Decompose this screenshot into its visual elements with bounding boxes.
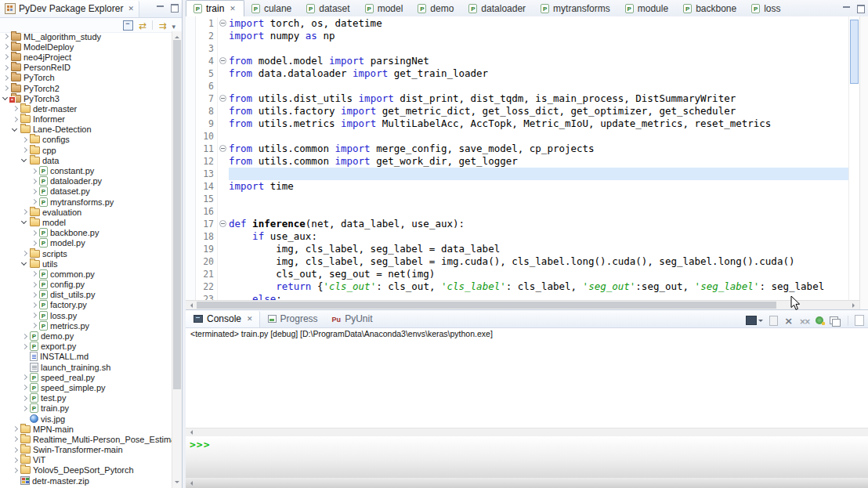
tree-item-realtime-multi-person-pose-estimation[interactable]: Realtime_Multi-Person_Pose_Estimation [0, 434, 172, 444]
chevron-collapsed-icon[interactable] [2, 64, 9, 71]
chevron-collapsed-icon[interactable] [21, 208, 28, 215]
tree-item-informer[interactable]: Informer [0, 114, 172, 125]
link-with-editor-icon[interactable] [139, 18, 146, 32]
tree-item-dataset-py[interactable]: dataset.py [0, 186, 172, 197]
tree-item-vis-jpg[interactable]: vis.jpg [0, 414, 172, 424]
tree-item-pytorch3[interactable]: ×PyTorch3 [0, 93, 172, 103]
collapse-all-icon[interactable] [123, 20, 133, 31]
chevron-collapsed-icon[interactable] [21, 136, 28, 143]
console-output[interactable] [186, 341, 868, 428]
tree-item-detr-master[interactable]: detr-master [0, 103, 172, 114]
console-tab-progress[interactable]: Progress [260, 311, 324, 327]
chevron-collapsed-icon[interactable] [31, 322, 38, 329]
open-console-icon[interactable] [855, 315, 864, 326]
chevron-expanded-icon[interactable] [21, 219, 28, 226]
chevron-collapsed-icon[interactable] [12, 457, 19, 464]
minimize-icon[interactable] [157, 5, 164, 12]
chevron-collapsed-icon[interactable] [21, 250, 28, 257]
chevron-collapsed-icon[interactable] [2, 43, 9, 50]
relaunch-icon[interactable] [816, 316, 823, 324]
editor-tab-dataloader[interactable]: dataloader [461, 0, 533, 16]
maximize-icon[interactable] [857, 5, 865, 13]
scroll-left-icon[interactable] [188, 481, 193, 486]
editor-tab-module[interactable]: module [618, 0, 676, 16]
tree-item-configs[interactable]: configs [0, 135, 172, 145]
tree-item-common-py[interactable]: common.py [0, 269, 172, 279]
tree-item-model-py[interactable]: model.py [0, 238, 172, 248]
editor-tab-model[interactable]: model [358, 0, 411, 16]
fold-collapse-icon[interactable] [219, 95, 226, 102]
chevron-collapsed-icon[interactable] [31, 312, 38, 319]
scroll-up-icon[interactable] [175, 34, 179, 38]
chevron-collapsed-icon[interactable] [12, 467, 19, 474]
tree-item-scripts[interactable]: scripts [0, 248, 172, 258]
fold-collapse-icon[interactable] [219, 20, 226, 27]
tree-item-mytransforms-py[interactable]: mytransforms.py [0, 197, 172, 207]
tree-item-modeldeploy[interactable]: ModelDeploy [0, 42, 172, 52]
tree-item-dist-utils-py[interactable]: dist_utils.py [0, 290, 172, 300]
tree-item-yolov5-deepsort-pytorch[interactable]: Yolov5_DeepSort_Pytorch [0, 465, 172, 475]
editor-tab-backbone[interactable]: backbone [676, 0, 744, 16]
editor-tab-mytransforms[interactable]: mytransforms [533, 0, 618, 16]
editor-horizontal-scrollbar[interactable] [186, 300, 859, 309]
chevron-collapsed-icon[interactable] [21, 405, 28, 412]
editor-tab-demo[interactable]: demo [410, 0, 461, 16]
editor-tab-culane[interactable]: culane [244, 0, 299, 16]
tree-item-speed-simple-py[interactable]: speed_simple.py [0, 382, 172, 392]
horizontal-scrollbar-thumb[interactable] [197, 302, 776, 309]
tree-item-swin-transformer-main[interactable]: Swin-Transformer-main [0, 445, 172, 455]
chevron-collapsed-icon[interactable] [31, 168, 38, 175]
duplicate-console-icon[interactable] [830, 316, 838, 324]
maximize-icon[interactable] [171, 4, 179, 13]
close-tab-icon[interactable]: ✕ [247, 315, 253, 323]
chevron-expanded-icon[interactable] [21, 260, 28, 267]
chevron-collapsed-icon[interactable] [31, 240, 38, 247]
chevron-collapsed-icon[interactable] [12, 105, 19, 112]
chevron-collapsed-icon[interactable] [31, 291, 38, 298]
console-output-scrollbar[interactable] [186, 428, 868, 436]
chevron-collapsed-icon[interactable] [12, 116, 19, 123]
close-view-icon[interactable]: ✕ [128, 5, 134, 13]
tree-item-loss-py[interactable]: loss.py [0, 310, 172, 320]
tree-scrollbar-thumb[interactable] [173, 40, 181, 389]
chevron-collapsed-icon[interactable] [31, 198, 38, 205]
chevron-collapsed-icon[interactable] [31, 188, 38, 195]
chevron-collapsed-icon[interactable] [2, 74, 9, 81]
chevron-collapsed-icon[interactable] [12, 425, 19, 432]
tree-item-cpp[interactable]: cpp [0, 145, 172, 155]
chevron-collapsed-icon[interactable] [21, 343, 28, 350]
scroll-left-icon[interactable] [188, 303, 193, 308]
chevron-collapsed-icon[interactable] [31, 281, 38, 288]
chevron-collapsed-icon[interactable] [2, 85, 9, 92]
tree-item-data[interactable]: data [0, 155, 172, 165]
tree-item-export-py[interactable]: export.py [0, 342, 172, 352]
tree-item-pytorch[interactable]: PyTorch [0, 73, 172, 83]
console-prompt-scrollbar[interactable] [186, 478, 868, 488]
remove-launch-icon[interactable] [784, 313, 793, 327]
tree-item-mpn-main[interactable]: MPN-main [0, 424, 172, 434]
focus-on-active-task-icon[interactable] [158, 18, 166, 32]
display-selected-console-icon[interactable] [746, 316, 763, 325]
scroll-left-icon[interactable] [188, 430, 193, 435]
tree-item-lane-detection[interactable]: Lane-Detection [0, 125, 172, 135]
chevron-collapsed-icon[interactable] [12, 436, 19, 443]
tree-item-pytorch2[interactable]: PyTorch2 [0, 83, 172, 93]
console-tab-console[interactable]: Console✕ [186, 311, 260, 327]
tree-item-constant-py[interactable]: constant.py [0, 165, 172, 175]
chevron-collapsed-icon[interactable] [12, 446, 19, 454]
tree-item-neo4jproject[interactable]: neo4jProject [0, 52, 172, 62]
chevron-collapsed-icon[interactable] [21, 146, 28, 154]
console-prompt[interactable]: >>> [186, 436, 868, 478]
editor-tab-train[interactable]: train✕ [186, 0, 244, 16]
chevron-expanded-icon[interactable] [12, 126, 19, 133]
tree-item-launch-training-sh[interactable]: launch_training.sh [0, 362, 172, 372]
chevron-collapsed-icon[interactable] [31, 230, 38, 237]
chevron-expanded-icon[interactable] [21, 157, 28, 164]
tree-item-dataloader-py[interactable]: dataloader.py [0, 176, 172, 186]
tree-item-evaluation[interactable]: evaluation [0, 207, 172, 217]
chevron-collapsed-icon[interactable] [21, 333, 28, 340]
tree-scrollbar[interactable] [172, 31, 182, 488]
tree-item-factory-py[interactable]: factory.py [0, 300, 172, 310]
tree-item-demo-py[interactable]: demo.py [0, 331, 172, 341]
chevron-collapsed-icon[interactable] [21, 395, 28, 402]
